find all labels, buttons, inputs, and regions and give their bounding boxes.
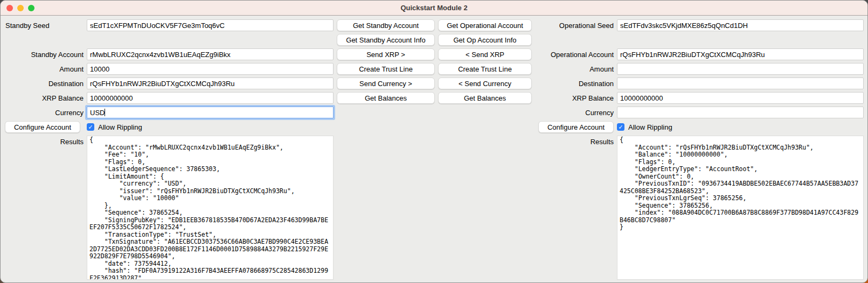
get-balances-operational-button[interactable]: Get Balances [438,92,532,104]
standby-destination-input[interactable] [87,77,334,89]
operational-currency-label: Currency [535,107,614,118]
standby-amount-input[interactable] [87,63,334,75]
send-currency-to-operational-button[interactable]: Send Currency > [337,77,435,89]
minimize-icon[interactable] [17,5,24,11]
zoom-icon[interactable] [28,5,34,11]
configure-operational-account-button[interactable]: Configure Account [538,121,614,133]
get-standby-account-button[interactable]: Get Standby Account [337,19,435,31]
standby-amount-label: Amount [5,63,84,75]
standby-allow-rippling-label: Allow Rippling [98,123,142,131]
standby-destination-label: Destination [5,77,84,89]
operational-results-label: Results [535,136,614,280]
window-controls [6,5,34,11]
get-op-account-info-button[interactable]: Get Op Account Info [438,34,532,46]
get-standby-account-info-button[interactable]: Get Standby Account Info [337,34,435,46]
operational-seed-label: Operational Seed [535,19,614,31]
standby-results-label: Results [5,136,84,280]
operational-account-label: Operational Account [535,48,614,60]
form-grid: Standby Seed Get Standby Account Get Ope… [1,16,867,280]
operational-amount-input[interactable] [617,63,864,75]
standby-xrp-balance-label: XRP Balance [5,92,84,104]
standby-results-output[interactable]: { "Account": "rMwbLRUXC2qcnx4zvb1WB1uEAq… [87,136,334,280]
standby-account-input[interactable] [87,48,334,60]
standby-currency-input[interactable]: USD [87,107,334,118]
standby-seed-label: Standby Seed [5,19,84,31]
operational-destination-input[interactable] [617,77,864,89]
send-xrp-to-standby-button[interactable]: < Send XRP [438,48,532,60]
create-trust-line-standby-button[interactable]: Create Trust Line [337,63,435,75]
operational-xrp-balance-label: XRP Balance [535,92,614,104]
send-xrp-to-operational-button[interactable]: Send XRP > [337,48,435,60]
standby-account-label: Standby Account [5,48,84,60]
operational-seed-input[interactable] [617,19,864,31]
operational-allow-rippling-checkbox[interactable]: ✓ [617,123,624,131]
operational-results-output[interactable]: { "Account": "rQsFHYb1nRWJR2BiuDTXgCtXCM… [617,136,864,280]
send-currency-to-standby-button[interactable]: < Send Currency [438,77,532,89]
text-cursor [105,109,105,116]
create-trust-line-operational-button[interactable]: Create Trust Line [438,63,532,75]
get-operational-account-button[interactable]: Get Operational Account [438,19,532,31]
window-title: Quickstart Module 2 [1,4,867,12]
standby-xrp-balance-input[interactable] [87,92,334,104]
standby-allow-rippling-checkbox[interactable]: ✓ [87,123,94,131]
get-balances-standby-button[interactable]: Get Balances [337,92,435,104]
operational-destination-label: Destination [535,77,614,89]
app-window: Quickstart Module 2 Standby Seed Get Sta… [0,0,868,283]
close-icon[interactable] [6,5,13,11]
standby-currency-label: Currency [5,107,84,118]
standby-seed-input[interactable] [87,19,334,31]
operational-amount-label: Amount [535,63,614,75]
operational-xrp-balance-input[interactable] [617,92,864,104]
operational-allow-rippling-label: Allow Rippling [628,123,672,131]
operational-account-input[interactable] [617,48,864,60]
title-bar: Quickstart Module 2 [1,1,867,16]
configure-standby-account-button[interactable]: Configure Account [5,121,80,133]
operational-currency-input[interactable] [617,107,864,118]
